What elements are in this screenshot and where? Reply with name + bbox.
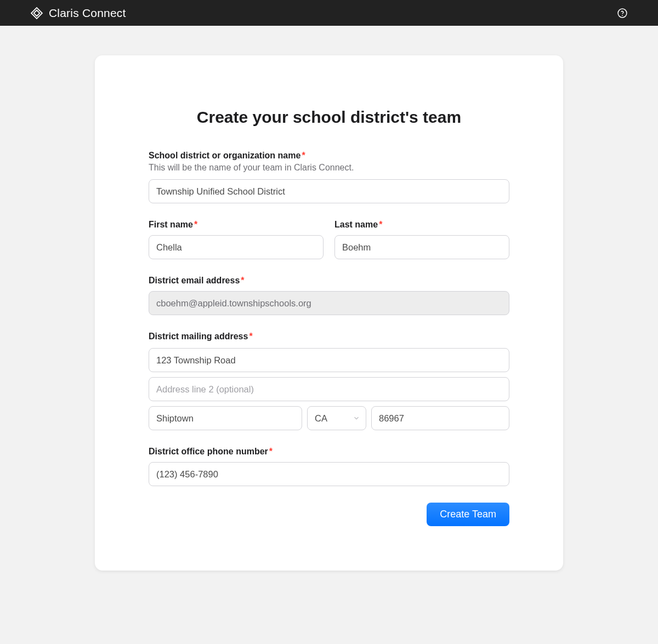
address-line2-input[interactable] [149, 377, 509, 401]
org-name-group: School district or organization name* Th… [149, 151, 509, 203]
help-button[interactable] [617, 8, 628, 19]
last-name-group: Last name* [334, 220, 509, 259]
svg-point-3 [622, 15, 623, 16]
first-name-input[interactable] [149, 235, 324, 259]
create-team-button[interactable]: Create Team [427, 503, 509, 526]
form-actions: Create Team [149, 503, 509, 526]
claris-logo-icon [30, 7, 43, 20]
required-mark: * [249, 332, 252, 341]
org-name-hint: This will be the name of your team in Cl… [149, 163, 509, 173]
svg-rect-1 [34, 10, 40, 16]
org-name-input[interactable] [149, 179, 509, 203]
brand-text: Claris Connect [49, 7, 126, 20]
brand: Claris Connect [30, 7, 126, 20]
address-label: District mailing address* [149, 332, 509, 341]
city-input[interactable] [149, 406, 302, 430]
phone-input[interactable] [149, 462, 509, 486]
first-name-label: First name* [149, 220, 324, 230]
team-form: School district or organization name* Th… [149, 151, 509, 526]
email-label: District email address* [149, 276, 509, 286]
app-header: Claris Connect [0, 0, 658, 26]
last-name-label: Last name* [334, 220, 509, 230]
org-name-label: School district or organization name* [149, 151, 509, 161]
state-value: CA [315, 413, 327, 424]
name-row: First name* Last name* [149, 220, 509, 259]
required-mark: * [379, 220, 382, 229]
state-select[interactable]: CA [307, 406, 366, 430]
page-title: Create your school district's team [149, 108, 509, 127]
email-group: District email address* cboehm@appleid.t… [149, 276, 509, 315]
page-body: Create your school district's team Schoo… [0, 26, 658, 644]
required-mark: * [302, 151, 305, 160]
first-name-group: First name* [149, 220, 324, 259]
phone-label: District office phone number* [149, 447, 509, 457]
chevron-down-icon [353, 414, 360, 422]
required-mark: * [241, 276, 244, 285]
help-icon [617, 8, 628, 19]
required-mark: * [194, 220, 197, 229]
address-group: District mailing address* CA [149, 332, 509, 430]
email-field: cboehm@appleid.townshipschools.org [149, 291, 509, 315]
required-mark: * [269, 447, 273, 456]
svg-rect-0 [31, 8, 42, 19]
form-card: Create your school district's team Schoo… [95, 55, 563, 571]
zip-input[interactable] [371, 406, 509, 430]
city-state-zip-row: CA [149, 406, 509, 430]
address-line1-input[interactable] [149, 348, 509, 372]
last-name-input[interactable] [334, 235, 509, 259]
phone-group: District office phone number* [149, 447, 509, 486]
